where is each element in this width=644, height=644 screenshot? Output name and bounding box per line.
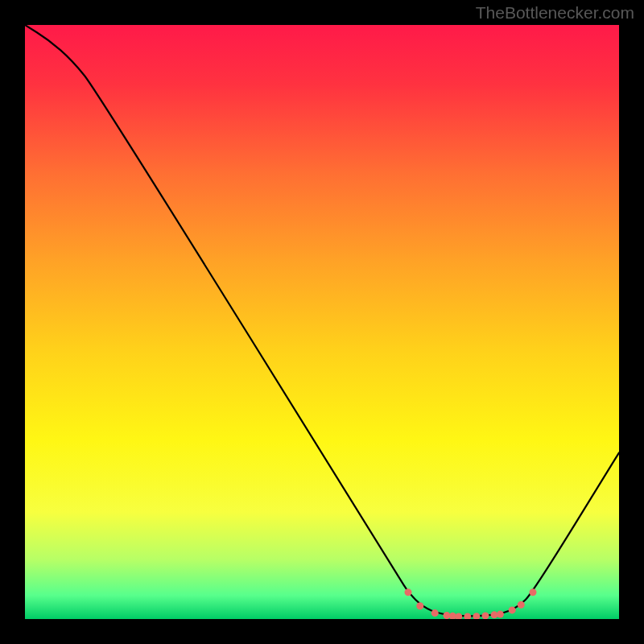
optimal-range-dot bbox=[509, 606, 516, 613]
chart-svg bbox=[25, 25, 619, 619]
optimal-range-dot bbox=[431, 609, 439, 617]
optimal-range-dot bbox=[405, 588, 412, 596]
watermark-text: TheBottlenecker.com bbox=[476, 3, 634, 23]
chart-background-gradient bbox=[25, 25, 619, 619]
optimal-range-dot bbox=[529, 588, 536, 596]
optimal-range-dot bbox=[518, 601, 525, 609]
chart-plot-area bbox=[25, 25, 619, 619]
optimal-range-dot bbox=[497, 611, 504, 618]
optimal-range-dot bbox=[416, 602, 423, 609]
